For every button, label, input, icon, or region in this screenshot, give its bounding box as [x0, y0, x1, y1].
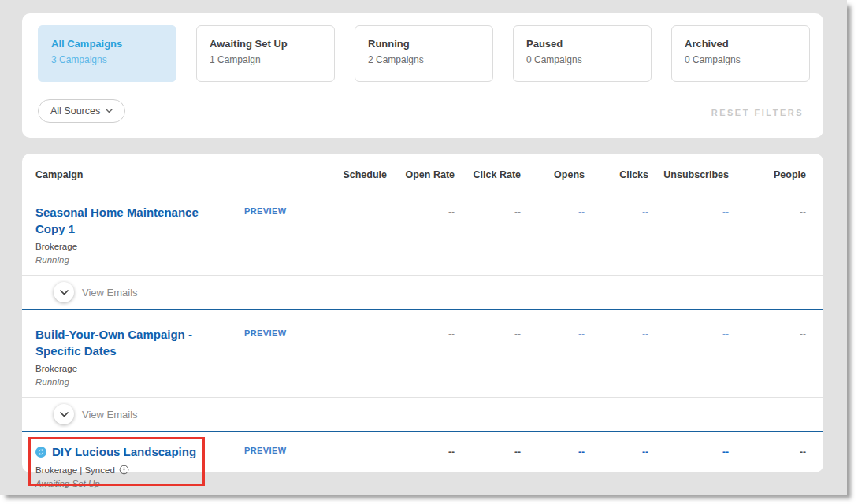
cell-click-rate: --	[455, 204, 521, 265]
reset-filters-button[interactable]: RESET FILTERS	[711, 108, 804, 117]
cell-clicks[interactable]: --	[585, 326, 648, 387]
preview-button[interactable]: PREVIEW	[244, 446, 287, 455]
campaign-source-text: Brokerage | Synced	[35, 465, 115, 475]
column-header-unsubscribes: Unsubscribes	[648, 169, 729, 180]
campaign-source: Brokerage	[35, 364, 228, 373]
campaign-cell: DIY Lucious Landscaping Brokerage | Sync…	[35, 443, 316, 488]
tab-count: 1 Campaign	[210, 54, 321, 65]
campaign-info: DIY Lucious Landscaping Brokerage | Sync…	[35, 443, 228, 488]
chevron-down-icon	[60, 290, 69, 295]
campaign-row-group: Build-Your-Own Campaign - Specific Dates…	[22, 310, 823, 432]
campaigns-table: Campaign Schedule Open Rate Click Rate O…	[22, 154, 823, 472]
column-header-open-rate: Open Rate	[387, 169, 455, 180]
cell-opens[interactable]: --	[521, 204, 585, 265]
chevron-down-icon	[106, 109, 113, 113]
campaign-source: Brokerage	[35, 242, 228, 251]
campaign-title-link[interactable]: Build-Your-Own Campaign - Specific Dates	[35, 326, 228, 359]
cell-clicks[interactable]: --	[585, 443, 648, 488]
campaign-source: Brokerage | Synced	[35, 465, 228, 475]
cell-unsubscribes[interactable]: --	[648, 326, 729, 387]
campaign-cell: Build-Your-Own Campaign - Specific Dates…	[35, 326, 316, 387]
filters-panel: All Campaigns 3 Campaigns Awaiting Set U…	[22, 13, 823, 138]
campaign-status: Running	[35, 377, 228, 387]
tab-label: All Campaigns	[51, 38, 163, 50]
tab-label: Running	[368, 38, 480, 50]
cell-people: --	[729, 443, 806, 488]
tab-label: Paused	[526, 38, 638, 50]
column-header-schedule: Schedule	[316, 169, 387, 180]
tab-count: 3 Campaigns	[51, 54, 163, 65]
tab-awaiting-set-up[interactable]: Awaiting Set Up 1 Campaign	[196, 25, 335, 82]
cell-opens[interactable]: --	[521, 443, 585, 488]
cell-people: --	[729, 326, 806, 387]
campaigns-dashboard: All Campaigns 3 Campaigns Awaiting Set U…	[0, 0, 847, 495]
campaign-title-link[interactable]: Seasonal Home Maintenance Copy 1	[35, 204, 228, 237]
sync-icon	[35, 447, 46, 458]
campaign-row-group: Seasonal Home Maintenance Copy 1 Brokera…	[22, 188, 823, 310]
cell-schedule	[316, 443, 387, 488]
table-row: Build-Your-Own Campaign - Specific Dates…	[22, 310, 823, 397]
cell-schedule	[316, 326, 387, 387]
campaign-row-group: DIY Lucious Landscaping Brokerage | Sync…	[22, 432, 823, 498]
view-emails-label: View Emails	[82, 287, 138, 298]
cell-open-rate: --	[387, 326, 455, 387]
preview-button[interactable]: PREVIEW	[244, 328, 287, 338]
cell-click-rate: --	[455, 443, 521, 488]
campaign-status: Running	[35, 255, 228, 265]
expand-button[interactable]	[54, 404, 74, 424]
campaign-info: Build-Your-Own Campaign - Specific Dates…	[35, 326, 228, 387]
sources-dropdown-value: All Sources	[50, 106, 100, 117]
table-header-row: Campaign Schedule Open Rate Click Rate O…	[22, 154, 823, 188]
tab-label: Awaiting Set Up	[210, 38, 321, 50]
cell-opens[interactable]: --	[521, 326, 585, 387]
campaign-status: Awaiting Set Up	[35, 479, 228, 488]
tab-paused[interactable]: Paused 0 Campaigns	[513, 25, 652, 82]
cell-open-rate: --	[387, 443, 455, 488]
view-emails-toggle[interactable]: View Emails	[22, 275, 823, 309]
tab-archived[interactable]: Archived 0 Campaigns	[671, 25, 810, 82]
sources-dropdown[interactable]: All Sources	[38, 99, 125, 123]
tab-count: 0 Campaigns	[526, 54, 638, 65]
cell-open-rate: --	[387, 204, 455, 265]
table-row: DIY Lucious Landscaping Brokerage | Sync…	[22, 432, 823, 498]
column-header-click-rate: Click Rate	[455, 169, 521, 180]
view-emails-toggle[interactable]: View Emails	[22, 397, 823, 431]
cell-unsubscribes[interactable]: --	[648, 443, 729, 488]
cell-click-rate: --	[455, 326, 521, 387]
cell-schedule	[316, 204, 387, 265]
tab-running[interactable]: Running 2 Campaigns	[355, 25, 493, 82]
table-row: Seasonal Home Maintenance Copy 1 Brokera…	[22, 188, 823, 275]
column-header-people: People	[729, 169, 806, 180]
column-header-clicks: Clicks	[585, 169, 648, 180]
tab-count: 0 Campaigns	[685, 54, 797, 65]
cell-people: --	[729, 204, 806, 265]
tab-label: Archived	[685, 38, 797, 50]
status-filter-tabs: All Campaigns 3 Campaigns Awaiting Set U…	[22, 13, 823, 82]
column-header-campaign: Campaign	[35, 169, 316, 180]
chevron-down-icon	[60, 412, 69, 417]
info-icon[interactable]	[119, 465, 129, 475]
tab-count: 2 Campaigns	[368, 54, 480, 65]
expand-button[interactable]	[54, 282, 74, 302]
cell-clicks[interactable]: --	[585, 204, 648, 265]
tab-all-campaigns[interactable]: All Campaigns 3 Campaigns	[38, 25, 176, 82]
column-header-opens: Opens	[521, 169, 585, 180]
cell-unsubscribes[interactable]: --	[648, 204, 729, 265]
view-emails-label: View Emails	[82, 409, 138, 421]
campaign-title-link[interactable]: DIY Lucious Landscaping	[52, 443, 196, 460]
campaign-info: Seasonal Home Maintenance Copy 1 Brokera…	[35, 204, 228, 265]
preview-button[interactable]: PREVIEW	[244, 206, 287, 216]
campaign-cell: Seasonal Home Maintenance Copy 1 Brokera…	[35, 204, 316, 265]
